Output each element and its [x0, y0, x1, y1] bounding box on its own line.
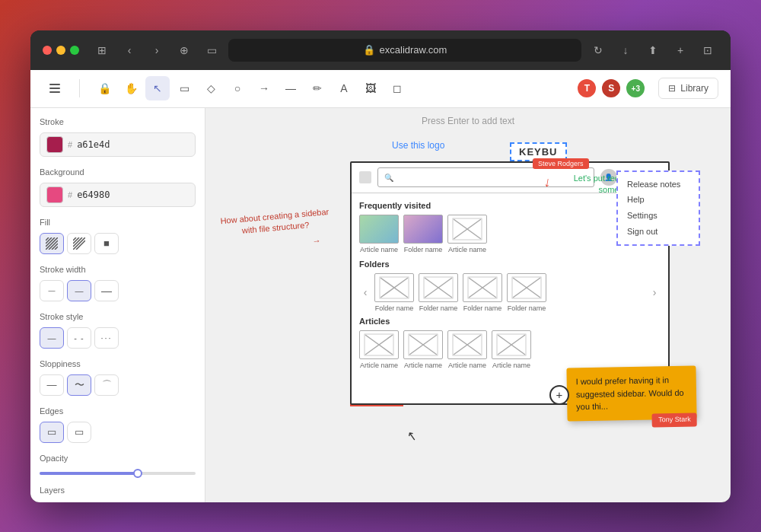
wf-folder-thumb2 [419, 273, 458, 302]
menu-button[interactable] [43, 76, 67, 100]
tool-group-main: 🔒 ✋ ↖ ▭ ◇ ○ → — ✏ A 🖼 ◻ [92, 76, 409, 100]
sidebar-button[interactable]: ⊡ [697, 40, 718, 61]
wf-article-thumb4 [492, 330, 531, 359]
fill-hatch-option[interactable] [40, 233, 64, 254]
sloppiness-options: — 〜 ⌒ [40, 374, 196, 396]
user-avatars: T S +3 [576, 78, 646, 99]
minimize-button[interactable] [56, 46, 65, 55]
add-content-button[interactable]: + [549, 385, 569, 405]
text-tool[interactable]: A [332, 76, 356, 100]
user-avatar-count: +3 [625, 78, 646, 99]
fill-solid-option[interactable]: ■ [94, 233, 119, 254]
svg-line-7 [73, 237, 76, 241]
opacity-section: Opacity [40, 454, 196, 475]
arrow-tool[interactable]: → [252, 76, 276, 100]
lock-tool[interactable]: 🔒 [92, 76, 116, 100]
stroke-style-label: Stroke style [40, 312, 196, 321]
background-label: Background [40, 167, 196, 177]
background-color-row[interactable]: # e64980 [40, 183, 196, 207]
dropdown-item-help: Help [627, 192, 689, 208]
screenshot-button[interactable]: ▭ [201, 40, 222, 61]
stroke-color-value[interactable]: a61e4d [77, 139, 110, 150]
pencil-tool[interactable]: ✏ [305, 76, 330, 100]
stroke-dashed-option[interactable]: - - [67, 327, 91, 349]
use-logo-annotation: Use this logo [392, 140, 444, 151]
dropdown-item-signout: Sign out [627, 224, 689, 240]
stroke-section: Stroke # a61e4d [40, 117, 196, 157]
stroke-hash: # [68, 140, 72, 149]
wf-search-bar[interactable]: 🔍 [377, 167, 594, 187]
canvas-area[interactable]: Press Enter to add text [205, 108, 731, 502]
stroke-color-row[interactable]: # a61e4d [40, 132, 196, 157]
wf-folder-label4: Folder name [508, 304, 546, 312]
wf-articles-title: Articles [359, 317, 661, 326]
new-tab-button[interactable]: + [670, 40, 691, 61]
refresh-button[interactable]: ↻ [587, 40, 609, 61]
stroke-thin-option[interactable]: — [40, 280, 64, 301]
sloppiness-straight[interactable]: — [40, 374, 64, 396]
edges-sharp[interactable]: ▭ [40, 422, 64, 443]
opacity-thumb[interactable] [133, 469, 142, 478]
stroke-solid-option[interactable]: — [40, 327, 64, 349]
shield-icon[interactable]: ⊕ [174, 40, 195, 61]
user-avatar-s: S [600, 78, 622, 99]
forward-button[interactable]: › [146, 40, 167, 61]
stroke-medium-option[interactable]: — [67, 280, 91, 301]
diamond-tool[interactable]: ◇ [199, 76, 223, 100]
fill-cross-option[interactable] [67, 233, 91, 254]
wf-article-thumb1 [359, 330, 399, 359]
wf-item-label-1: Article name [360, 246, 398, 253]
stroke-width-options: — — — [40, 280, 196, 301]
rectangle-tool[interactable]: ▭ [172, 76, 196, 100]
stroke-style-section: Stroke style — - - ··· [40, 312, 196, 349]
opacity-label: Opacity [40, 454, 196, 463]
stroke-dotted-option[interactable]: ··· [94, 327, 119, 349]
badge-steve-rodgers: Steve Rodgers [533, 158, 589, 169]
sloppiness-label: Sloppiness [40, 359, 196, 368]
wf-item-article1: Article name [359, 215, 399, 253]
wireframe-container: 🔍 👤 Profile ▾ Frequently visited [274, 139, 609, 390]
background-color-swatch[interactable] [46, 186, 63, 203]
stroke-label: Stroke [40, 117, 196, 126]
library-button[interactable]: ⊟ Library [658, 78, 718, 99]
wf-next-arrow[interactable]: › [648, 286, 661, 298]
wf-article-item4: Article name [492, 330, 531, 369]
share-button[interactable]: ⬆ [642, 40, 664, 61]
wf-folders-row: ‹ Folder name [359, 273, 661, 312]
opacity-slider[interactable] [40, 472, 196, 475]
wf-folder-thumb3 [463, 273, 502, 302]
eraser-tool[interactable]: ◻ [385, 76, 409, 100]
ellipse-tool[interactable]: ○ [225, 76, 250, 100]
hand-tool[interactable]: ✋ [119, 76, 143, 100]
wf-folder-item1: Folder name [374, 273, 414, 312]
stroke-thick-option[interactable]: — [94, 280, 119, 301]
url-text: excalidraw.com [380, 44, 447, 56]
select-tool[interactable]: ↖ [145, 76, 170, 100]
back-button[interactable]: ‹ [119, 40, 140, 61]
lock-icon: 🔒 [363, 44, 375, 56]
background-color-value[interactable]: e64980 [77, 190, 110, 200]
svg-line-8 [73, 237, 79, 244]
wf-logo-placeholder [359, 171, 371, 183]
address-bar[interactable]: 🔒 excalidraw.com [228, 39, 581, 62]
edges-round[interactable]: ▭ [67, 422, 91, 443]
dropdown-item-settings: Settings [627, 208, 689, 224]
wf-prev-arrow[interactable]: ‹ [359, 286, 371, 298]
download-icon[interactable]: ↓ [615, 40, 636, 61]
wf-thumb-img2 [403, 215, 443, 244]
wf-article-thumb3 [447, 330, 487, 359]
tab-grid-button[interactable]: ⊞ [91, 40, 113, 61]
close-button[interactable] [43, 46, 52, 55]
line-tool[interactable]: — [279, 76, 303, 100]
sloppiness-more-wavy[interactable]: ⌒ [94, 374, 119, 396]
stroke-color-swatch[interactable] [46, 136, 63, 153]
wf-folder-item4: Folder name [507, 273, 546, 312]
sloppiness-wavy[interactable]: 〜 [67, 374, 91, 396]
wf-article-item3: Article name [447, 330, 487, 369]
logo-text: KEYBU [519, 146, 558, 158]
maximize-button[interactable] [70, 46, 79, 55]
opacity-fill [40, 472, 138, 475]
badge-tony-stark: Tony Stark [652, 413, 697, 428]
image-tool[interactable]: 🖼 [358, 76, 383, 100]
divider-1 [79, 79, 80, 97]
